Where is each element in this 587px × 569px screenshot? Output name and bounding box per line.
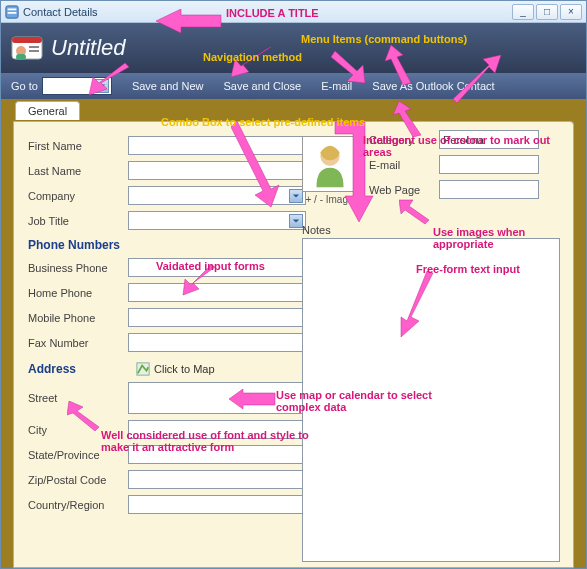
- tab-general[interactable]: General: [15, 101, 80, 120]
- svg-rect-6: [16, 54, 26, 60]
- last-name-input[interactable]: [128, 161, 306, 180]
- svg-rect-4: [12, 37, 42, 43]
- mobile-phone-input[interactable]: [128, 308, 306, 327]
- save-and-new-button[interactable]: Save and New: [122, 77, 214, 95]
- contact-card-icon: [11, 32, 43, 64]
- label-business-phone: Business Phone: [28, 262, 128, 274]
- maximize-button[interactable]: □: [536, 4, 558, 20]
- minimize-button[interactable]: _: [512, 4, 534, 20]
- avatar[interactable]: [302, 136, 358, 192]
- form-body: General First Name Last Name Company Job…: [1, 99, 586, 568]
- label-home-phone: Home Phone: [28, 287, 128, 299]
- right-column: CategoryPersona E-mail Web Page: [369, 130, 569, 205]
- notes-input[interactable]: [302, 238, 560, 562]
- label-mobile-phone: Mobile Phone: [28, 312, 128, 324]
- avatar-caption: + / - Images: [302, 194, 362, 205]
- section-address: Address: [28, 362, 76, 376]
- chevron-down-icon[interactable]: [289, 214, 303, 228]
- label-web-page: Web Page: [369, 184, 439, 196]
- close-button[interactable]: ×: [560, 4, 582, 20]
- first-name-input[interactable]: [128, 136, 306, 155]
- label-city: City: [28, 424, 128, 436]
- street-input[interactable]: [128, 382, 306, 414]
- chevron-down-icon[interactable]: [95, 79, 109, 93]
- click-to-map-link[interactable]: Click to Map: [136, 362, 215, 376]
- label-street: Street: [28, 392, 128, 404]
- label-last-name: Last Name: [28, 165, 128, 177]
- general-panel: First Name Last Name Company Job Title P…: [13, 121, 574, 568]
- label-company: Company: [28, 190, 128, 202]
- svg-rect-1: [8, 8, 17, 10]
- app-window: Contact Details _ □ × Untitled Go to Sav…: [0, 0, 587, 569]
- command-bar: Go to Save and New Save and Close E-mail…: [1, 73, 586, 99]
- page-title: Untitled: [51, 35, 126, 61]
- label-zip: Zip/Postal Code: [28, 474, 128, 486]
- svg-rect-8: [29, 50, 39, 52]
- window-title: Contact Details: [23, 6, 98, 18]
- state-input[interactable]: [128, 445, 306, 464]
- label-email: E-mail: [369, 159, 439, 171]
- label-country: Country/Region: [28, 499, 128, 511]
- avatar-wrap: + / - Images: [302, 136, 362, 205]
- home-phone-input[interactable]: [128, 283, 306, 302]
- label-notes: Notes: [302, 224, 331, 236]
- label-category: Category: [369, 134, 439, 146]
- category-input[interactable]: Persona: [439, 130, 539, 149]
- map-icon: [136, 362, 150, 376]
- save-and-close-button[interactable]: Save and Close: [213, 77, 311, 95]
- web-page-input[interactable]: [439, 180, 539, 199]
- email-button[interactable]: E-mail: [311, 77, 362, 95]
- svg-rect-2: [8, 12, 17, 14]
- email-input[interactable]: [439, 155, 539, 174]
- svg-rect-7: [29, 46, 39, 48]
- city-input[interactable]: [128, 420, 306, 439]
- country-input[interactable]: [128, 495, 306, 514]
- fax-number-input[interactable]: [128, 333, 306, 352]
- goto-label: Go to: [7, 78, 42, 94]
- business-phone-input[interactable]: [128, 258, 306, 277]
- titlebar: Contact Details _ □ ×: [1, 1, 586, 23]
- click-to-map-label: Click to Map: [154, 363, 215, 375]
- goto-combo[interactable]: [42, 77, 112, 95]
- person-icon: [303, 137, 357, 191]
- company-combo[interactable]: [128, 186, 306, 205]
- chevron-down-icon[interactable]: [289, 189, 303, 203]
- label-state: State/Province: [28, 449, 128, 461]
- zip-input[interactable]: [128, 470, 306, 489]
- label-job-title: Job Title: [28, 215, 128, 227]
- header: Untitled: [1, 23, 586, 73]
- form-icon: [5, 5, 19, 19]
- label-first-name: First Name: [28, 140, 128, 152]
- job-title-combo[interactable]: [128, 211, 306, 230]
- label-fax-number: Fax Number: [28, 337, 128, 349]
- save-outlook-button[interactable]: Save As Outlook Contact: [362, 77, 504, 95]
